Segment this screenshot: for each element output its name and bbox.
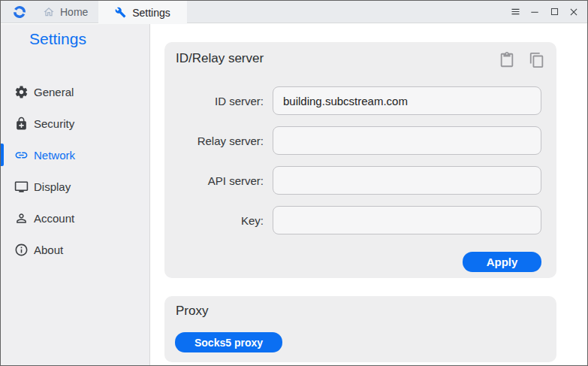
field-label: API server: [175,174,264,187]
home-icon [43,6,55,18]
titlebar: Home Settings [1,1,587,23]
socks5-proxy-button[interactable]: Socks5 proxy [175,332,282,352]
copy-icon[interactable] [529,51,545,69]
api-server-input[interactable] [273,166,541,195]
tab-home[interactable]: Home [43,6,88,18]
close-icon[interactable] [564,1,583,23]
card-header: ID/Relay server [176,51,545,69]
sidebar-item-general[interactable]: General [1,76,149,107]
monitor-icon [14,180,29,194]
settings-menu: General Security Network Display [1,76,149,265]
sidebar-item-label: General [34,86,74,98]
app-logo-icon [13,5,26,19]
key-input[interactable] [273,206,541,234]
menu-icon[interactable] [505,1,525,23]
sidebar-item-security[interactable]: Security [1,107,149,139]
field-label: ID server: [175,95,264,107]
sidebar-item-label: Display [34,180,71,193]
person-icon [14,211,29,225]
server-fields: ID server: Relay server: API server: Key… [175,86,541,246]
window-controls [505,1,587,23]
sidebar-item-account[interactable]: Account [1,202,149,234]
proxy-card: Proxy Socks5 proxy [164,296,556,362]
card-title: ID/Relay server [176,51,264,66]
id-relay-server-card: ID/Relay server ID server: Relay server: [164,42,556,278]
field-label: Key: [175,214,264,227]
wrench-icon [115,7,126,18]
selected-indicator [1,144,4,166]
field-row-key: Key: [175,206,541,234]
tab-settings[interactable]: Settings [98,1,187,24]
apply-button[interactable]: Apply [463,252,541,272]
card-title: Proxy [176,304,208,319]
card-header-icons [499,51,545,69]
sidebar-title: Settings [29,30,86,48]
sidebar-item-network[interactable]: Network [1,139,149,171]
field-row-api-server: API server: [175,166,541,195]
sidebar-item-label: Security [34,117,74,130]
sidebar-item-about[interactable]: About [1,234,149,265]
field-row-relay-server: Relay server: [175,126,541,155]
settings-sidebar: Settings General Security Network [1,24,150,365]
tab-home-label: Home [60,6,88,18]
gear-icon [14,85,29,99]
info-icon [14,243,29,257]
minimize-icon[interactable] [525,1,544,23]
sidebar-item-display[interactable]: Display [1,171,149,202]
sidebar-item-label: About [34,243,63,256]
tab-settings-label: Settings [132,7,170,19]
settings-content: ID/Relay server ID server: Relay server: [151,24,587,365]
sidebar-item-label: Network [34,149,75,162]
link-icon [14,148,29,162]
field-row-id-server: ID server: [175,86,541,115]
relay-server-input[interactable] [273,126,541,155]
paste-icon[interactable] [499,51,515,69]
sidebar-item-label: Account [34,212,74,225]
field-label: Relay server: [175,135,264,147]
id-server-input[interactable] [273,86,541,115]
lock-icon [14,116,29,131]
maximize-icon[interactable] [544,1,564,23]
card-header: Proxy [176,304,545,319]
